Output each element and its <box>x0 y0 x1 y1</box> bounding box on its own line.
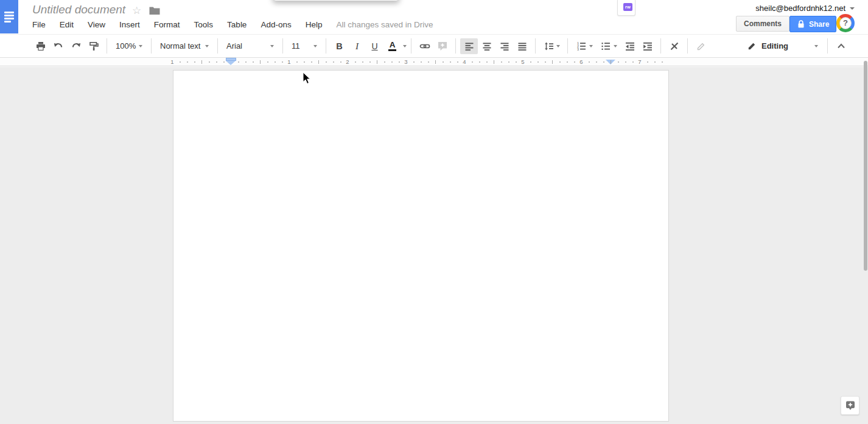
menu-tools[interactable]: Tools <box>194 20 214 29</box>
zoom-select[interactable]: 100% <box>111 38 147 54</box>
chevron-down-icon <box>205 45 209 47</box>
ruler-tick <box>194 61 195 63</box>
folder-icon[interactable] <box>149 6 160 18</box>
document-workspace <box>0 67 868 424</box>
readwrite-extension-button[interactable]: rw <box>617 0 635 16</box>
text-color-button[interactable]: A <box>383 38 401 54</box>
paragraph-style-value: Normal text <box>160 41 200 50</box>
undo-button[interactable] <box>49 38 67 54</box>
toolbar-separator <box>535 38 536 54</box>
paragraph-style-select[interactable]: Normal text <box>156 38 213 54</box>
toolbar-separator <box>217 38 218 54</box>
align-right-button[interactable] <box>495 38 513 54</box>
italic-button[interactable]: I <box>348 38 366 54</box>
header-bar: Untitled document ☆ File Edit View Inser… <box>0 0 868 34</box>
print-button[interactable] <box>32 38 49 54</box>
ruler-tick <box>559 61 561 63</box>
line-spacing-button[interactable] <box>540 38 563 54</box>
align-center-button[interactable] <box>478 38 495 54</box>
vertical-scrollbar[interactable] <box>864 61 867 271</box>
ruler-tick <box>311 61 312 63</box>
collapse-toolbar-button[interactable] <box>832 38 850 54</box>
ruler-tick <box>267 61 268 63</box>
help-button[interactable]: ? <box>836 14 855 32</box>
pencil-icon <box>747 41 757 50</box>
mode-label: Editing <box>761 41 788 50</box>
ruler-tick <box>304 61 305 63</box>
underline-button[interactable]: U <box>366 38 383 54</box>
clear-formatting-button[interactable] <box>665 38 683 54</box>
ruler-tick <box>632 61 634 63</box>
ruler-tick <box>369 61 371 63</box>
chevron-down-icon <box>139 45 142 47</box>
comments-button-label: Comments <box>744 19 782 28</box>
ruler-tick <box>413 61 415 63</box>
ruler-tick <box>574 61 575 63</box>
menu-insert[interactable]: Insert <box>119 20 140 29</box>
formatting-toolbar: 100% Normal text Arial 11 B I U A <box>0 34 868 58</box>
font-family-select[interactable]: Arial <box>222 38 278 54</box>
font-family-value: Arial <box>226 41 242 50</box>
annotate-pencil-button[interactable] <box>692 38 710 54</box>
svg-text:3: 3 <box>577 47 579 50</box>
ruler-tick <box>530 61 531 63</box>
increase-indent-button[interactable] <box>639 38 656 54</box>
star-icon[interactable]: ☆ <box>132 4 141 17</box>
bold-label: B <box>336 41 342 51</box>
underline-label: U <box>371 41 377 51</box>
align-left-button[interactable] <box>460 38 478 54</box>
ruler-tick <box>508 61 509 63</box>
menu-table[interactable]: Table <box>227 20 247 29</box>
menu-addons[interactable]: Add-ons <box>261 20 291 29</box>
docs-home-button[interactable] <box>0 0 18 33</box>
lock-icon <box>797 19 805 29</box>
puzzle-piece-icon: rw <box>623 3 632 11</box>
ruler-tick <box>537 61 539 63</box>
menu-file[interactable]: File <box>32 20 46 29</box>
menu-help[interactable]: Help <box>306 20 323 29</box>
toolbar-separator <box>567 38 568 54</box>
ruler-tick <box>180 61 181 63</box>
align-justify-button[interactable] <box>513 38 531 54</box>
font-size-select[interactable]: 11 <box>287 38 321 54</box>
share-button[interactable]: Share <box>789 16 836 32</box>
insert-link-button[interactable] <box>416 38 433 54</box>
ruler-tick <box>479 61 480 63</box>
ruler-tick <box>603 61 604 63</box>
chevron-down-icon <box>270 45 274 47</box>
document-page[interactable] <box>173 70 669 422</box>
redo-button[interactable] <box>67 38 85 54</box>
numbered-list-button[interactable]: 1 2 3 <box>572 38 597 54</box>
account-email: sheilc@bedfordnhk12.net <box>755 4 845 13</box>
chevron-down-icon[interactable] <box>403 45 407 47</box>
explore-button[interactable] <box>841 396 859 415</box>
ruler-tick <box>596 61 597 63</box>
ruler-tick <box>209 61 210 63</box>
insert-comment-button[interactable] <box>433 38 451 54</box>
menu-view[interactable]: View <box>88 20 105 29</box>
toolbar-separator <box>687 38 688 54</box>
document-title[interactable]: Untitled document <box>32 3 125 16</box>
ruler-tick <box>435 60 436 64</box>
ruler-tick <box>201 60 202 64</box>
bold-button[interactable]: B <box>331 38 348 54</box>
docs-logo-line <box>4 15 14 16</box>
ruler-tick <box>428 61 429 63</box>
left-indent-marker[interactable] <box>226 61 236 65</box>
mode-select[interactable]: Editing <box>743 41 823 50</box>
ruler[interactable]: 11234567 <box>0 58 868 66</box>
menu-format[interactable]: Format <box>154 20 180 29</box>
decrease-indent-button[interactable] <box>621 38 639 54</box>
menu-bar: File Edit View Insert Format Tools Table… <box>32 20 433 29</box>
save-status-text[interactable]: All changes saved in Drive <box>336 20 433 29</box>
comments-button[interactable]: Comments <box>736 16 789 32</box>
bulleted-list-button[interactable] <box>597 38 621 54</box>
account-menu[interactable]: sheilc@bedfordnhk12.net <box>755 4 855 13</box>
ruler-number: 1 <box>285 58 292 65</box>
ruler-number: 5 <box>519 58 526 65</box>
menu-edit[interactable]: Edit <box>60 20 74 29</box>
toolbar-separator <box>151 38 152 54</box>
paint-format-button[interactable] <box>85 38 102 54</box>
ruler-tick <box>662 61 663 63</box>
docs-logo-line <box>4 12 14 13</box>
